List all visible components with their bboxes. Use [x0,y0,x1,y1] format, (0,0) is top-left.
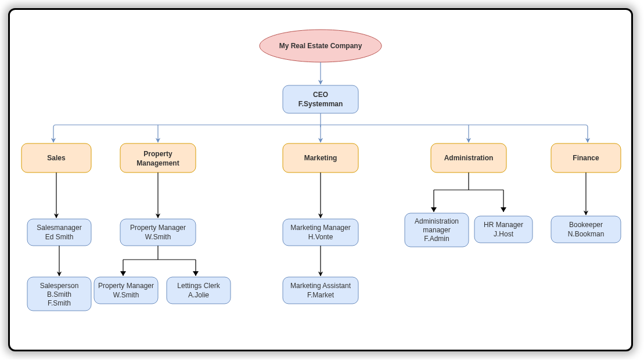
dept-admin-node: Administration [431,143,506,172]
org-chart-svg: My Real Estate Company CEO F.Systemman S… [10,10,631,350]
bookkeeper-l2: N.Bookman [568,230,605,238]
svg-rect-6 [120,143,196,172]
dept-property-l1: Property [143,150,172,158]
svg-rect-18 [120,219,196,246]
svg-rect-2 [283,85,358,113]
arrowhead-prop-right [193,271,199,276]
svg-rect-14 [27,219,91,246]
salesperson-l3: F.Smith [48,299,71,307]
hr-mgr-l1: HR Manager [484,221,523,229]
arrowhead-admin-left [431,207,437,212]
mkt-asst-l1: Marketing Assistant [290,282,351,290]
dept-marketing-label: Marketing [304,154,337,162]
salesperson-node: Salesperson B.Smith F.Smith [27,277,91,311]
svg-rect-20 [94,277,158,304]
property-manager2-node: Property Manager W.Smith [94,277,158,304]
svg-rect-26 [283,277,358,304]
dept-property-l2: Management [136,159,179,167]
bookkeeper-node: Bookeeper N.Bookman [551,216,621,243]
mkt-asst-l2: F.Market [307,291,334,299]
ceo-node: CEO F.Systemman [283,85,358,113]
prop-mgr-l2: W.Smith [145,233,171,241]
svg-rect-30 [474,216,533,243]
arrowhead-admin-right [501,207,506,212]
sales-manager-node: Salesmanager Ed Smith [27,219,91,246]
admin-mgr-l2: manager [423,226,450,234]
arrowhead-prop-left [120,271,126,276]
bookkeeper-l1: Bookeeper [569,221,603,229]
lettings-clerk-node: Lettings Clerk A.Jolie [167,277,231,304]
ceo-title: CEO [313,91,328,99]
dept-marketing-node: Marketing [283,143,358,172]
svg-rect-24 [283,219,358,246]
svg-rect-32 [551,216,621,243]
dept-sales-label: Sales [47,154,66,162]
admin-mgr-l1: Administration [415,217,459,225]
company-label: My Real Estate Company [279,42,362,50]
sales-manager-l2: Ed Smith [45,233,74,241]
admin-manager-node: Administration manager F.Admin [405,213,469,247]
sales-manager-l1: Salesmanager [37,224,81,232]
property-manager-node: Property Manager W.Smith [120,219,196,246]
dept-finance-node: Finance [551,143,621,172]
company-node: My Real Estate Company [260,30,382,62]
ceo-name: F.Systemman [298,100,343,108]
salesperson-l2: B.Smith [47,290,71,299]
edge-admin-split [434,172,503,212]
dept-property-node: Property Management [120,143,196,172]
dept-sales-node: Sales [21,143,91,172]
admin-mgr-l3: F.Admin [424,235,449,243]
hr-manager-node: HR Manager J.Host [474,216,533,243]
marketing-assistant-node: Marketing Assistant F.Market [283,277,358,304]
salesperson-l1: Salesperson [40,282,79,290]
edge-prop-split [123,246,196,276]
svg-rect-22 [167,277,231,304]
mkt-mgr-l1: Marketing Manager [290,224,350,232]
prop-mgr-l1: Property Manager [130,224,186,232]
mkt-mgr-l2: H.Vonte [308,233,333,241]
dept-admin-label: Administration [444,154,494,162]
dept-finance-label: Finance [573,154,599,162]
lettings-l2: A.Jolie [188,291,209,299]
marketing-manager-node: Marketing Manager H.Vonte [283,219,358,246]
hr-mgr-l2: J.Host [494,230,514,238]
prop-mgr2-l1: Property Manager [98,282,154,290]
lettings-l1: Lettings Clerk [177,282,220,290]
diagram-frame: My Real Estate Company CEO F.Systemman S… [8,8,633,351]
prop-mgr2-l2: W.Smith [113,291,139,299]
